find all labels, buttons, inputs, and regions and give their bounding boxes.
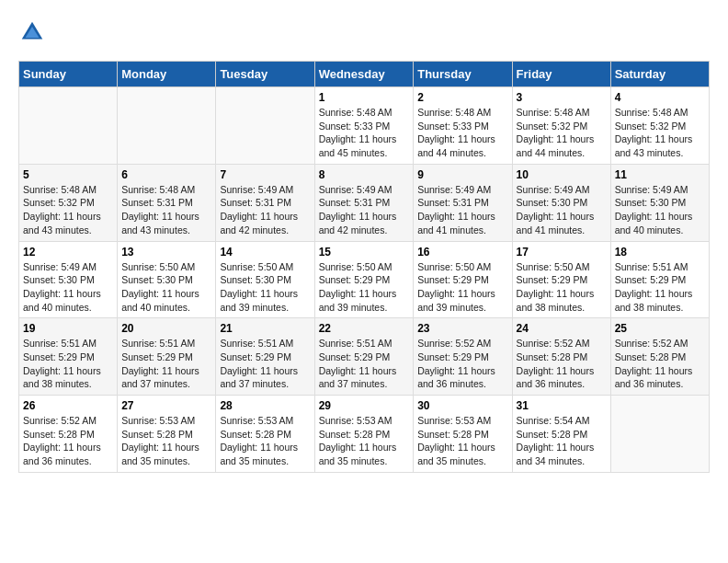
day-number: 12: [23, 246, 113, 259]
page-header: [18, 18, 710, 46]
day-info: Sunrise: 5:50 AM Sunset: 5:30 PM Dayligh…: [121, 260, 211, 315]
day-number: 13: [121, 246, 211, 259]
day-number: 4: [615, 91, 705, 104]
day-info: Sunrise: 5:48 AM Sunset: 5:32 PM Dayligh…: [615, 106, 705, 160]
calendar-cell: [610, 396, 709, 473]
calendar-cell: 11Sunrise: 5:49 AM Sunset: 5:30 PM Dayli…: [610, 164, 709, 241]
day-number: 31: [517, 399, 607, 412]
calendar-cell: 16Sunrise: 5:50 AM Sunset: 5:29 PM Dayli…: [414, 241, 512, 318]
calendar-cell: 8Sunrise: 5:49 AM Sunset: 5:31 PM Daylig…: [314, 164, 414, 241]
header-day-saturday: Saturday: [610, 62, 709, 87]
calendar-week-1: 1Sunrise: 5:48 AM Sunset: 5:33 PM Daylig…: [19, 87, 710, 165]
calendar-cell: 12Sunrise: 5:49 AM Sunset: 5:30 PM Dayli…: [19, 241, 118, 318]
day-number: 8: [319, 168, 410, 181]
day-number: 18: [615, 246, 705, 259]
day-info: Sunrise: 5:53 AM Sunset: 5:28 PM Dayligh…: [121, 414, 211, 468]
day-info: Sunrise: 5:50 AM Sunset: 5:29 PM Dayligh…: [319, 260, 410, 315]
day-info: Sunrise: 5:52 AM Sunset: 5:28 PM Dayligh…: [615, 337, 705, 391]
header-day-monday: Monday: [118, 62, 216, 87]
calendar-week-4: 19Sunrise: 5:51 AM Sunset: 5:29 PM Dayli…: [19, 318, 710, 396]
day-number: 28: [220, 399, 310, 412]
day-number: 1: [319, 91, 410, 104]
calendar-cell: 9Sunrise: 5:49 AM Sunset: 5:31 PM Daylig…: [414, 164, 512, 241]
day-number: 23: [417, 322, 507, 335]
calendar-cell: 7Sunrise: 5:49 AM Sunset: 5:31 PM Daylig…: [216, 164, 314, 241]
day-info: Sunrise: 5:53 AM Sunset: 5:28 PM Dayligh…: [220, 414, 310, 468]
day-number: 5: [23, 168, 113, 181]
logo: [18, 18, 50, 46]
calendar-cell: 25Sunrise: 5:52 AM Sunset: 5:28 PM Dayli…: [610, 318, 709, 396]
calendar-cell: 2Sunrise: 5:48 AM Sunset: 5:33 PM Daylig…: [414, 87, 512, 165]
day-info: Sunrise: 5:48 AM Sunset: 5:33 PM Dayligh…: [417, 106, 507, 160]
day-number: 7: [220, 168, 310, 181]
day-info: Sunrise: 5:51 AM Sunset: 5:29 PM Dayligh…: [121, 337, 211, 391]
day-info: Sunrise: 5:53 AM Sunset: 5:28 PM Dayligh…: [417, 414, 507, 468]
calendar-cell: 20Sunrise: 5:51 AM Sunset: 5:29 PM Dayli…: [118, 318, 216, 396]
calendar-cell: 3Sunrise: 5:48 AM Sunset: 5:32 PM Daylig…: [512, 87, 610, 165]
calendar-cell: 30Sunrise: 5:53 AM Sunset: 5:28 PM Dayli…: [414, 396, 512, 473]
day-info: Sunrise: 5:48 AM Sunset: 5:31 PM Dayligh…: [121, 183, 211, 237]
day-number: 14: [220, 246, 310, 259]
day-number: 26: [23, 399, 113, 412]
day-info: Sunrise: 5:49 AM Sunset: 5:31 PM Dayligh…: [417, 183, 507, 237]
day-info: Sunrise: 5:53 AM Sunset: 5:28 PM Dayligh…: [319, 414, 410, 468]
day-info: Sunrise: 5:49 AM Sunset: 5:31 PM Dayligh…: [220, 183, 310, 237]
day-info: Sunrise: 5:49 AM Sunset: 5:30 PM Dayligh…: [517, 183, 607, 237]
calendar-cell: 29Sunrise: 5:53 AM Sunset: 5:28 PM Dayli…: [314, 396, 414, 473]
day-info: Sunrise: 5:50 AM Sunset: 5:30 PM Dayligh…: [220, 260, 310, 315]
calendar-cell: 31Sunrise: 5:54 AM Sunset: 5:28 PM Dayli…: [512, 396, 610, 473]
calendar-cell: 14Sunrise: 5:50 AM Sunset: 5:30 PM Dayli…: [216, 241, 314, 318]
calendar-cell: 15Sunrise: 5:50 AM Sunset: 5:29 PM Dayli…: [314, 241, 414, 318]
day-info: Sunrise: 5:48 AM Sunset: 5:32 PM Dayligh…: [23, 183, 113, 237]
calendar-cell: 27Sunrise: 5:53 AM Sunset: 5:28 PM Dayli…: [118, 396, 216, 473]
day-number: 24: [517, 322, 607, 335]
day-number: 25: [615, 322, 705, 335]
day-info: Sunrise: 5:51 AM Sunset: 5:29 PM Dayligh…: [319, 337, 410, 391]
calendar-cell: 26Sunrise: 5:52 AM Sunset: 5:28 PM Dayli…: [19, 396, 118, 473]
day-info: Sunrise: 5:52 AM Sunset: 5:29 PM Dayligh…: [417, 337, 507, 391]
day-info: Sunrise: 5:51 AM Sunset: 5:29 PM Dayligh…: [220, 337, 310, 391]
header-day-wednesday: Wednesday: [314, 62, 414, 87]
day-number: 10: [517, 168, 607, 181]
day-number: 2: [417, 91, 507, 104]
day-number: 16: [417, 246, 507, 259]
calendar-cell: 18Sunrise: 5:51 AM Sunset: 5:29 PM Dayli…: [610, 241, 709, 318]
day-info: Sunrise: 5:49 AM Sunset: 5:30 PM Dayligh…: [23, 260, 113, 315]
calendar-week-5: 26Sunrise: 5:52 AM Sunset: 5:28 PM Dayli…: [19, 396, 710, 473]
header-row: SundayMondayTuesdayWednesdayThursdayFrid…: [19, 62, 710, 87]
calendar-cell: 21Sunrise: 5:51 AM Sunset: 5:29 PM Dayli…: [216, 318, 314, 396]
calendar-body: 1Sunrise: 5:48 AM Sunset: 5:33 PM Daylig…: [19, 87, 710, 473]
calendar-cell: 23Sunrise: 5:52 AM Sunset: 5:29 PM Dayli…: [414, 318, 512, 396]
day-info: Sunrise: 5:48 AM Sunset: 5:32 PM Dayligh…: [517, 106, 607, 160]
calendar-cell: 1Sunrise: 5:48 AM Sunset: 5:33 PM Daylig…: [314, 87, 414, 165]
calendar-week-3: 12Sunrise: 5:49 AM Sunset: 5:30 PM Dayli…: [19, 241, 710, 318]
calendar-cell: 13Sunrise: 5:50 AM Sunset: 5:30 PM Dayli…: [118, 241, 216, 318]
day-info: Sunrise: 5:49 AM Sunset: 5:30 PM Dayligh…: [615, 183, 705, 237]
header-day-friday: Friday: [512, 62, 610, 87]
day-number: 17: [517, 246, 607, 259]
day-info: Sunrise: 5:51 AM Sunset: 5:29 PM Dayligh…: [615, 260, 705, 315]
day-info: Sunrise: 5:48 AM Sunset: 5:33 PM Dayligh…: [319, 106, 410, 160]
day-info: Sunrise: 5:51 AM Sunset: 5:29 PM Dayligh…: [23, 337, 113, 391]
day-info: Sunrise: 5:50 AM Sunset: 5:29 PM Dayligh…: [417, 260, 507, 315]
day-number: 11: [615, 168, 705, 181]
calendar-cell: 10Sunrise: 5:49 AM Sunset: 5:30 PM Dayli…: [512, 164, 610, 241]
day-number: 20: [121, 322, 211, 335]
day-info: Sunrise: 5:52 AM Sunset: 5:28 PM Dayligh…: [517, 337, 607, 391]
day-number: 6: [121, 168, 211, 181]
calendar-cell: [118, 87, 216, 165]
day-info: Sunrise: 5:50 AM Sunset: 5:29 PM Dayligh…: [517, 260, 607, 315]
day-number: 29: [319, 399, 410, 412]
day-number: 15: [319, 246, 410, 259]
calendar-cell: 22Sunrise: 5:51 AM Sunset: 5:29 PM Dayli…: [314, 318, 414, 396]
calendar-cell: 24Sunrise: 5:52 AM Sunset: 5:28 PM Dayli…: [512, 318, 610, 396]
day-number: 21: [220, 322, 310, 335]
calendar-table: SundayMondayTuesdayWednesdayThursdayFrid…: [18, 61, 710, 473]
calendar-cell: 4Sunrise: 5:48 AM Sunset: 5:32 PM Daylig…: [610, 87, 709, 165]
header-day-tuesday: Tuesday: [216, 62, 314, 87]
calendar-cell: 6Sunrise: 5:48 AM Sunset: 5:31 PM Daylig…: [118, 164, 216, 241]
day-number: 19: [23, 322, 113, 335]
day-number: 22: [319, 322, 410, 335]
day-number: 30: [417, 399, 507, 412]
calendar-week-2: 5Sunrise: 5:48 AM Sunset: 5:32 PM Daylig…: [19, 164, 710, 241]
